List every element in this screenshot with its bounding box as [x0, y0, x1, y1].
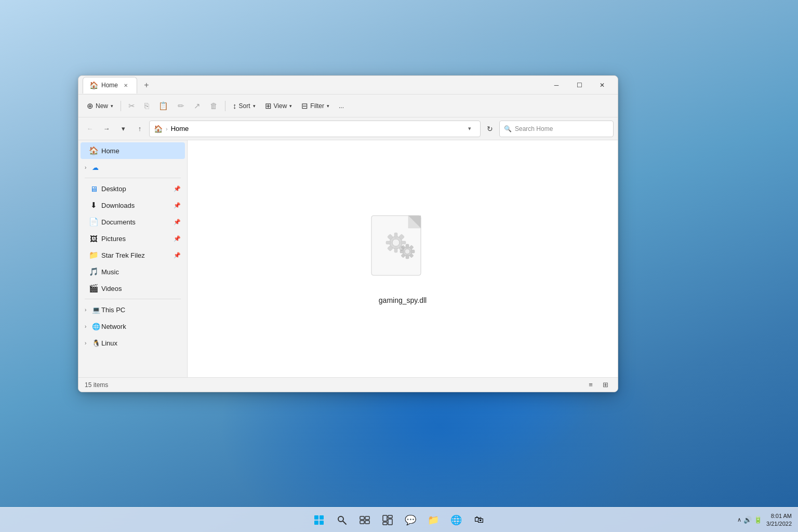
search-icon: 🔍 — [504, 125, 512, 132]
share-button[interactable]: ↗ — [190, 98, 205, 114]
refresh-button[interactable]: ↻ — [483, 122, 497, 136]
sidebar-pictures-label: Pictures — [101, 235, 126, 243]
address-path[interactable]: 🏠 › Home ▾ — [149, 121, 481, 137]
copy-button[interactable]: ⎘ — [140, 98, 153, 114]
rename-button[interactable]: ✏ — [174, 98, 189, 114]
more-label: ... — [339, 102, 344, 110]
list-view-button[interactable]: ≡ — [584, 379, 597, 391]
taskbar-right: ∧ 🔊 🔋 8:01 AM 3/21/2022 — [737, 512, 792, 527]
filter-button[interactable]: ⊟ Filter ▾ — [297, 98, 334, 114]
maximize-button[interactable]: ☐ — [568, 77, 591, 94]
start-button[interactable] — [309, 510, 329, 530]
search-box[interactable]: 🔍 Search Home — [499, 121, 614, 137]
sidebar-item-thispc-expand[interactable]: › 💻 This PC — [81, 301, 185, 318]
svg-rect-31 — [360, 521, 364, 524]
svg-rect-17 — [400, 250, 404, 253]
sort-button[interactable]: ↕ Sort ▾ — [229, 98, 260, 114]
address-dropdown-button[interactable]: ▾ — [463, 123, 476, 135]
file-explorer-taskbar-button[interactable]: 📁 — [423, 510, 444, 530]
thispc-expand-arrow: › — [85, 307, 91, 313]
sidebar-home-label: Home — [101, 147, 119, 155]
sidebar-music-label: Music — [101, 268, 119, 276]
sidebar-desktop-label: Desktop — [101, 185, 126, 193]
documents-pin-icon: 📌 — [174, 219, 181, 225]
sidebar-item-pictures[interactable]: 🖼 Pictures 📌 — [81, 230, 185, 247]
videos-icon: 🎬 — [89, 284, 98, 293]
sort-icon: ↕ — [233, 101, 237, 110]
minimize-button[interactable]: ─ — [545, 77, 568, 94]
svg-rect-33 — [383, 515, 387, 521]
addressbar: ← → ▾ ↑ 🏠 › Home ▾ ↻ 🔍 Search Home — [78, 117, 618, 140]
close-button[interactable]: ✕ — [591, 77, 614, 94]
statusbar-view-controls: ≡ ⊞ — [584, 379, 611, 391]
chat-button[interactable]: 💬 — [400, 510, 421, 530]
view-button[interactable]: ⊞ View ▾ — [261, 98, 297, 114]
forward-button[interactable]: → — [99, 122, 114, 136]
edge-button[interactable]: 🌐 — [446, 510, 467, 530]
grid-view-button[interactable]: ⊞ — [599, 379, 611, 391]
back-button[interactable]: ← — [83, 122, 97, 136]
new-chevron-icon: ▾ — [111, 103, 113, 109]
file-name-label: gaming_spy.dll — [379, 296, 427, 304]
view-icon: ⊞ — [265, 101, 272, 111]
svg-rect-23 — [314, 515, 318, 520]
cut-button[interactable]: ✂ — [124, 98, 139, 114]
widgets-button[interactable] — [377, 510, 398, 530]
network-icon: 🌐 — [92, 323, 100, 330]
taskbar: 💬 📁 🌐 🛍 ∧ 🔊 🔋 8:01 AM 3/21/2022 — [0, 507, 798, 532]
svg-rect-25 — [314, 521, 318, 525]
sidebar-startrek-label: Star Trek Filez — [101, 251, 145, 259]
new-button[interactable]: ⊕ New ▾ — [83, 98, 117, 114]
tab-home[interactable]: 🏠 Home ✕ — [83, 77, 137, 94]
toolbar: ⊕ New ▾ ✂ ⎘ 📋 ✏ ↗ 🗑 ↕ Sort ▾ ⊞ — [78, 95, 618, 117]
svg-rect-5 — [394, 233, 397, 237]
svg-rect-34 — [388, 515, 392, 518]
sidebar-item-cloud-expand[interactable]: › ☁ — [81, 159, 185, 176]
sidebar-item-music[interactable]: 🎵 Music — [81, 263, 185, 280]
paste-button[interactable]: 📋 — [154, 98, 172, 114]
cloud-sidebar-icon: ☁ — [92, 164, 99, 171]
statusbar: 15 items ≡ ⊞ — [78, 377, 618, 392]
sidebar-item-documents[interactable]: 📄 Documents 📌 — [81, 214, 185, 230]
sidebar-item-startrek[interactable]: 📁 Star Trek Filez 📌 — [81, 247, 185, 263]
store-button[interactable]: 🛍 — [469, 510, 489, 530]
filter-chevron-icon: ▾ — [327, 103, 329, 109]
svg-rect-29 — [360, 516, 364, 520]
file-explorer-window: 🏠 Home ✕ + ─ ☐ ✕ ⊕ New ▾ ✂ ⎘ 📋 ✏ — [78, 75, 618, 392]
chevron-up-icon[interactable]: ∧ — [737, 516, 741, 523]
sidebar-item-linux-expand[interactable]: › 🐧 Linux — [81, 335, 185, 351]
file-item-gaming-spy[interactable]: gaming_spy.dll — [363, 207, 443, 311]
svg-rect-32 — [365, 521, 369, 524]
svg-rect-15 — [406, 244, 409, 248]
sidebar-item-desktop[interactable]: 🖥 Desktop 📌 — [81, 180, 185, 197]
home-sidebar-icon: 🏠 — [89, 146, 98, 155]
sidebar-documents-label: Documents — [101, 218, 136, 226]
tab-close-button[interactable]: ✕ — [121, 81, 130, 90]
svg-rect-6 — [394, 248, 397, 252]
up-button[interactable]: ↑ — [132, 122, 147, 136]
titlebar-tabs: 🏠 Home ✕ + — [83, 77, 545, 94]
taskbar-center: 💬 📁 🌐 🛍 — [309, 510, 489, 530]
search-taskbar-button[interactable] — [331, 510, 352, 530]
clock[interactable]: 8:01 AM 3/21/2022 — [766, 512, 792, 527]
sidebar-item-videos[interactable]: 🎬 Videos — [81, 280, 185, 297]
new-tab-button[interactable]: + — [139, 78, 154, 92]
delete-button[interactable]: 🗑 — [206, 98, 222, 114]
titlebar: 🏠 Home ✕ + ─ ☐ ✕ — [78, 76, 618, 95]
sidebar-item-home[interactable]: 🏠 Home — [81, 142, 185, 159]
view-label: View — [274, 102, 287, 110]
sidebar-thispc-label: This PC — [101, 306, 125, 314]
taskview-button[interactable] — [354, 510, 375, 530]
linux-icon: 🐧 — [92, 339, 100, 347]
svg-point-4 — [392, 239, 400, 246]
more-button[interactable]: ... — [335, 98, 348, 114]
sidebar-item-network-expand[interactable]: › 🌐 Network — [81, 318, 185, 335]
file-area: gaming_spy.dll — [188, 140, 618, 377]
address-home-icon: 🏠 — [154, 125, 163, 133]
sidebar-item-downloads[interactable]: ⬇ Downloads 📌 — [81, 197, 185, 214]
sidebar-network-label: Network — [101, 323, 126, 330]
share-icon: ↗ — [194, 101, 201, 111]
documents-icon: 📄 — [89, 217, 98, 227]
recent-button[interactable]: ▾ — [116, 122, 130, 136]
address-path-label: Home — [171, 125, 189, 132]
